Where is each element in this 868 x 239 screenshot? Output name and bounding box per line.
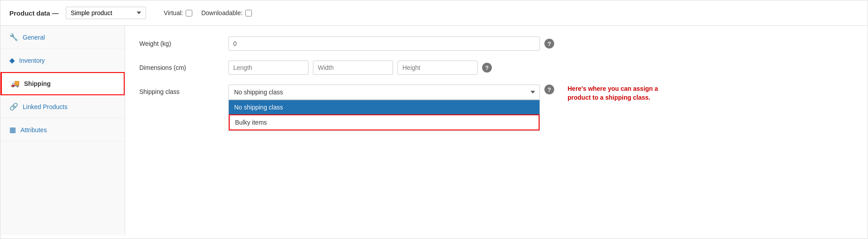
downloadable-checkbox[interactable] — [245, 10, 252, 16]
virtual-checkbox-item: Virtual: — [164, 9, 192, 16]
weight-help-icon[interactable]: ? — [544, 39, 554, 49]
shipping-class-wrapper: No shipping class Bulky items No shippin… — [228, 85, 665, 102]
sidebar-item-attributes[interactable]: ▦ Attributes — [0, 118, 125, 142]
callout-note: Here's where you can assign a product to… — [568, 85, 665, 102]
checkbox-group: Virtual: Downloadable: — [164, 9, 252, 16]
weight-row: Weight (kg) ? — [139, 36, 853, 51]
product-data-header: Product data — Simple product Virtual: D… — [0, 0, 868, 26]
height-input[interactable] — [397, 61, 478, 75]
dimensions-label: Dimensions (cm) — [139, 61, 228, 71]
truck-icon: 🚚 — [11, 79, 20, 88]
width-input[interactable] — [313, 61, 393, 75]
sidebar-item-general[interactable]: 🔧 General — [0, 26, 125, 49]
weight-input[interactable] — [228, 36, 540, 51]
product-data-body: 🔧 General ◆ Inventory 🚚 Shipping 🔗 Linke… — [0, 26, 868, 235]
shipping-class-help-icon[interactable]: ? — [544, 85, 554, 94]
dimensions-controls: ? — [228, 61, 853, 75]
shipping-class-label: Shipping class — [139, 85, 228, 95]
sidebar-item-linked-products[interactable]: 🔗 Linked Products — [0, 95, 125, 118]
length-input[interactable] — [228, 61, 308, 75]
dropdown-option-no-class[interactable]: No shipping class — [229, 100, 539, 114]
dropdown-option-bulky[interactable]: Bulky items — [229, 114, 539, 130]
sidebar-item-label-linked-products: Linked Products — [23, 103, 67, 110]
shipping-class-container: No shipping class Bulky items No shippin… — [228, 85, 540, 100]
dimensions-help-icon[interactable]: ? — [482, 63, 492, 73]
virtual-label: Virtual: — [164, 9, 183, 16]
sidebar-item-label-inventory: Inventory — [19, 57, 45, 64]
product-data-panel: Product data — Simple product Virtual: D… — [0, 0, 868, 239]
link-icon: 🔗 — [9, 102, 18, 111]
downloadable-checkbox-item: Downloadable: — [201, 9, 252, 16]
sidebar-item-label-general: General — [23, 34, 45, 41]
shipping-class-row: Shipping class No shipping class Bulky i… — [139, 85, 853, 102]
sidebar-item-shipping[interactable]: 🚚 Shipping — [0, 72, 125, 95]
virtual-checkbox[interactable] — [186, 10, 192, 16]
weight-controls: ? — [228, 36, 853, 51]
dimensions-row: Dimensions (cm) ? — [139, 61, 853, 75]
downloadable-label: Downloadable: — [201, 9, 243, 16]
sidebar-item-inventory[interactable]: ◆ Inventory — [0, 49, 125, 72]
product-type-select[interactable]: Simple product — [66, 7, 146, 19]
inventory-icon: ◆ — [9, 56, 15, 65]
shipping-class-select[interactable]: No shipping class Bulky items — [228, 85, 540, 100]
table-icon: ▦ — [9, 126, 16, 134]
sidebar: 🔧 General ◆ Inventory 🚚 Shipping 🔗 Linke… — [0, 26, 125, 235]
sidebar-item-label-shipping: Shipping — [24, 80, 51, 87]
weight-label: Weight (kg) — [139, 36, 228, 47]
content-area: Weight (kg) ? Dimensions (cm) ? Shipping — [125, 26, 868, 235]
sidebar-item-label-attributes: Attributes — [20, 126, 47, 134]
wrench-icon: 🔧 — [9, 33, 18, 41]
product-data-label: Product data — — [9, 9, 59, 17]
shipping-class-dropdown: No shipping class Bulky items — [228, 100, 540, 131]
